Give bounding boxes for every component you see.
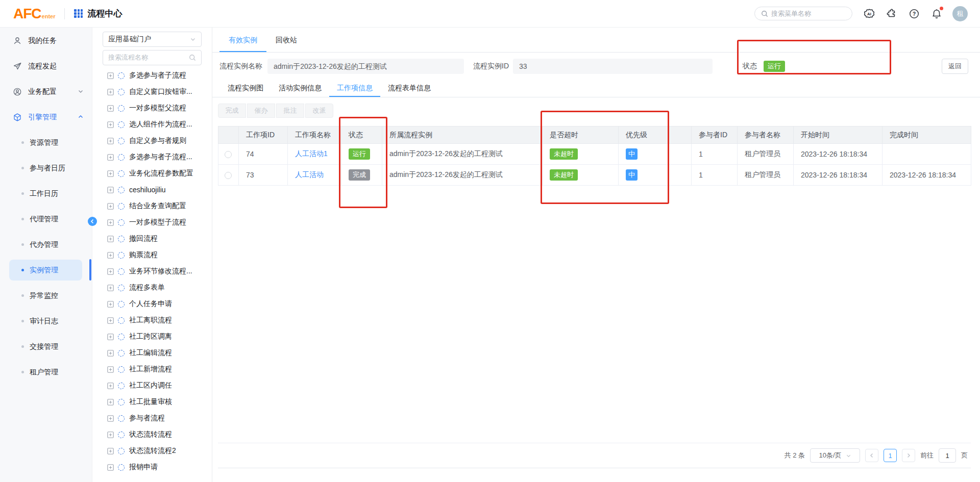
expand-plus-icon[interactable] bbox=[107, 72, 114, 79]
secondary-tab-2[interactable]: 工作项信息 bbox=[329, 80, 380, 97]
tree-item-8[interactable]: 结合业务查询配置 bbox=[103, 198, 202, 214]
next-page-button[interactable] bbox=[902, 449, 915, 462]
sidebar-item-2[interactable]: 业务配置 bbox=[0, 81, 92, 102]
expand-plus-icon[interactable] bbox=[107, 285, 114, 291]
sidebar-subitem-0[interactable]: 资源管理 bbox=[9, 132, 82, 153]
expand-plus-icon[interactable] bbox=[107, 399, 114, 405]
expand-plus-icon[interactable] bbox=[107, 268, 114, 275]
tree-item-14[interactable]: 个人任务申请 bbox=[103, 296, 202, 312]
help-icon[interactable]: ? bbox=[909, 8, 920, 19]
tree-item-15[interactable]: 社工离职流程 bbox=[103, 312, 202, 328]
tree-item-2[interactable]: 一对多模型父流程 bbox=[103, 100, 202, 116]
tree-item-11[interactable]: 购票流程 bbox=[103, 247, 202, 263]
menu-search-input[interactable]: 搜索菜单名称 bbox=[754, 7, 852, 20]
tree-item-4[interactable]: 自定义参与者规则 bbox=[103, 133, 202, 149]
panel-collapse-button[interactable] bbox=[88, 217, 97, 226]
tree-item-16[interactable]: 社工跨区调离 bbox=[103, 328, 202, 345]
workitem-link[interactable]: 人工活动 bbox=[295, 170, 324, 179]
sidebar-subitem-6[interactable]: 异常监控 bbox=[9, 285, 82, 306]
expand-plus-icon[interactable] bbox=[107, 383, 114, 389]
toolbar-button-1[interactable]: 催办 bbox=[247, 104, 275, 118]
sidebar-item-0[interactable]: 我的任务 bbox=[0, 30, 92, 51]
primary-tab-1[interactable]: 回收站 bbox=[266, 28, 306, 52]
plugin-icon[interactable] bbox=[886, 8, 897, 19]
tree-item-21[interactable]: 参与者流程 bbox=[103, 410, 202, 426]
toolbar-button-2[interactable]: 批注 bbox=[276, 104, 304, 118]
sidebar-subitem-2[interactable]: 工作日历 bbox=[9, 183, 82, 204]
ai-badge-icon[interactable]: AI bbox=[864, 8, 875, 19]
expand-plus-icon[interactable] bbox=[107, 415, 114, 422]
tree-item-18[interactable]: 社工新增流程 bbox=[103, 361, 202, 377]
tree-item-19[interactable]: 社工区内调任 bbox=[103, 377, 202, 394]
tree-item-17[interactable]: 社工编辑流程 bbox=[103, 345, 202, 361]
expand-plus-icon[interactable] bbox=[107, 252, 114, 259]
row-radio[interactable] bbox=[225, 151, 232, 158]
expand-plus-icon[interactable] bbox=[107, 432, 114, 438]
expand-plus-icon[interactable] bbox=[107, 236, 114, 242]
tree-item-9[interactable]: 一对多模型子流程 bbox=[103, 214, 202, 231]
tree-item-13[interactable]: 流程多表单 bbox=[103, 280, 202, 296]
expand-plus-icon[interactable] bbox=[107, 301, 114, 308]
expand-plus-icon[interactable] bbox=[107, 170, 114, 177]
expand-plus-icon[interactable] bbox=[107, 89, 114, 95]
expand-plus-icon[interactable] bbox=[107, 203, 114, 210]
secondary-tab-0[interactable]: 流程实例图 bbox=[220, 80, 271, 97]
tree-item-22[interactable]: 状态流转流程 bbox=[103, 426, 202, 443]
back-button[interactable]: 返回 bbox=[942, 59, 968, 74]
tree-item-1[interactable]: 自定义窗口按钮审... bbox=[103, 84, 202, 100]
apps-grid-icon[interactable] bbox=[74, 9, 83, 18]
bell-icon[interactable] bbox=[931, 8, 942, 19]
sidebar-subitem-7[interactable]: 审计日志 bbox=[9, 311, 82, 332]
goto-page-input[interactable] bbox=[939, 448, 956, 463]
secondary-tab-3[interactable]: 流程表单信息 bbox=[380, 80, 438, 97]
tree-item-0[interactable]: 多选参与者子流程 bbox=[103, 67, 202, 84]
tree-item-6[interactable]: 业务化流程参数配置 bbox=[103, 165, 202, 182]
expand-plus-icon[interactable] bbox=[107, 334, 114, 340]
expand-plus-icon[interactable] bbox=[107, 464, 114, 471]
row-radio[interactable] bbox=[225, 172, 232, 179]
secondary-tab-1[interactable]: 活动实例信息 bbox=[271, 80, 329, 97]
sidebar-subitem-8[interactable]: 交接管理 bbox=[9, 336, 82, 357]
prev-page-button[interactable] bbox=[865, 449, 878, 462]
expand-plus-icon[interactable] bbox=[107, 138, 114, 144]
primary-tab-0[interactable]: 有效实例 bbox=[219, 28, 266, 52]
expand-plus-icon[interactable] bbox=[107, 366, 114, 373]
expand-plus-icon[interactable] bbox=[107, 448, 114, 454]
toolbar-button-0[interactable]: 完成 bbox=[218, 104, 246, 118]
instance-name-field[interactable]: admin于2023-12-26发起的工程测试 bbox=[267, 59, 464, 74]
tree-item-23[interactable]: 状态流转流程2 bbox=[103, 443, 202, 459]
tree-item-10[interactable]: 撤回流程 bbox=[103, 231, 202, 247]
toolbar-button-3[interactable]: 改派 bbox=[305, 104, 333, 118]
sidebar-item-1[interactable]: 流程发起 bbox=[0, 56, 92, 77]
expand-plus-icon[interactable] bbox=[107, 105, 114, 112]
tree-item-20[interactable]: 社工批量审核 bbox=[103, 394, 202, 410]
expand-plus-icon[interactable] bbox=[107, 187, 114, 193]
page-size-select[interactable]: 10条/页 bbox=[810, 448, 860, 463]
sidebar-subitem-3[interactable]: 代理管理 bbox=[9, 209, 82, 230]
tree-item-5[interactable]: 多选参与者子流程... bbox=[103, 149, 202, 165]
tree-item-7[interactable]: ceshiluojiliu bbox=[103, 182, 202, 198]
tree-item-12[interactable]: 业务环节修改流程... bbox=[103, 263, 202, 280]
sidebar-scrollbar-thumb[interactable] bbox=[89, 259, 91, 281]
sidebar-item-3[interactable]: 引擎管理 bbox=[0, 107, 92, 128]
sidebar-subitem-1[interactable]: 参与者日历 bbox=[9, 158, 82, 179]
instance-id-field[interactable]: 33 bbox=[513, 59, 713, 74]
sidebar-subitem-4[interactable]: 代办管理 bbox=[9, 234, 82, 255]
portal-select[interactable]: 应用基础门户 bbox=[103, 32, 202, 47]
sidebar-subitem-9[interactable]: 租户管理 bbox=[9, 362, 82, 383]
expand-plus-icon[interactable] bbox=[107, 219, 114, 226]
avatar[interactable]: 租 bbox=[952, 6, 968, 21]
tree-item-3[interactable]: 选人组件作为流程... bbox=[103, 116, 202, 133]
page-number-1[interactable]: 1 bbox=[884, 449, 897, 462]
expand-plus-icon[interactable] bbox=[107, 121, 114, 128]
sidebar-subitem-label: 实例管理 bbox=[30, 266, 58, 275]
expand-plus-icon[interactable] bbox=[107, 317, 114, 324]
process-search-input[interactable]: 搜索流程名称 bbox=[103, 50, 202, 65]
sidebar-subitem-5[interactable]: 实例管理 bbox=[9, 260, 82, 281]
table-row-1: 73人工活动完成admin于2023-12-26发起的工程测试未超时中1租户管理… bbox=[218, 165, 971, 186]
expand-plus-icon[interactable] bbox=[107, 350, 114, 357]
expand-plus-icon[interactable] bbox=[107, 154, 114, 161]
afcenter-logo[interactable]: AFC enter bbox=[13, 6, 55, 22]
tree-item-24[interactable]: 报销申请 bbox=[103, 459, 202, 475]
workitem-link[interactable]: 人工活动1 bbox=[295, 149, 328, 158]
